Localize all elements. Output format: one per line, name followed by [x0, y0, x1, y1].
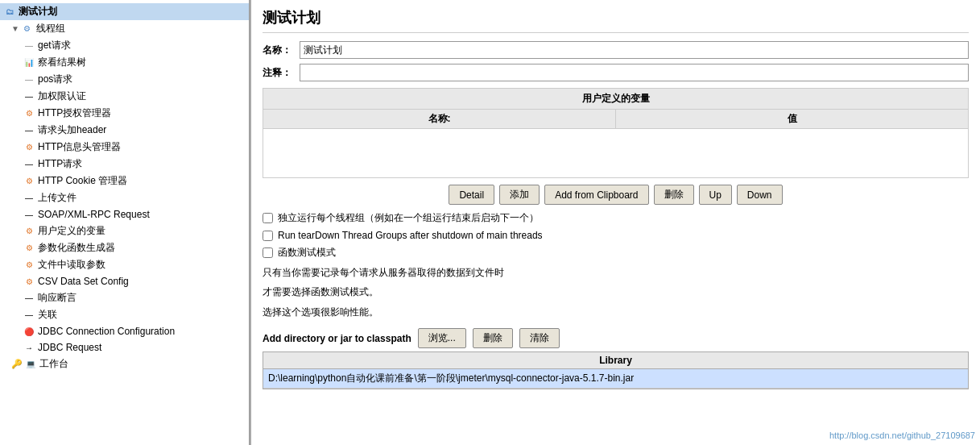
user-vars-icon: ⚙ — [23, 225, 35, 238]
sidebar-item-http-request[interactable]: — HTTP请求 — [0, 156, 249, 173]
sidebar-item-get-request[interactable]: — get请求 — [0, 37, 249, 54]
sidebar-item-label: pos请求 — [38, 73, 72, 86]
library-table: Library D:\learning\python自动化课前准备\第一阶段\j… — [263, 351, 969, 389]
sidebar-item-view-results[interactable]: 📊 察看结果树 — [0, 54, 249, 71]
sidebar-item-label: HTTP信息头管理器 — [38, 140, 121, 154]
down-button[interactable]: Down — [737, 185, 783, 205]
comment-label: 注释： — [263, 66, 295, 80]
sidebar-item-label: 线程组 — [36, 22, 65, 35]
sidebar-item-label: get请求 — [38, 39, 71, 52]
sidebar-item-http-header[interactable]: ⚙ HTTP信息头管理器 — [0, 139, 249, 156]
col-value: 值 — [616, 110, 968, 128]
comment-input[interactable] — [300, 64, 969, 81]
sidebar-item-http-auth[interactable]: ⚙ HTTP授权管理器 — [0, 105, 249, 122]
sidebar-item-thread-group[interactable]: ▼ ⚙ 线程组 — [0, 20, 249, 37]
checkbox2-label: Run tearDown Thread Groups after shutdow… — [278, 230, 543, 241]
sidebar-item-pos-request[interactable]: — pos请求 — [0, 71, 249, 88]
sidebar-item-param-gen[interactable]: ⚙ 参数化函数生成器 — [0, 239, 249, 256]
sidebar-item-label: SOAP/XML-RPC Request — [38, 209, 150, 220]
header-icon: — — [23, 124, 35, 137]
sidebar-item-label: CSV Data Set Config — [38, 276, 129, 287]
sidebar-item-label: 加权限认证 — [38, 89, 86, 103]
sidebar-item-label: 请求头加header — [38, 123, 106, 137]
sidebar-item-jdbc-config[interactable]: 🔴 JDBC Connection Configuration — [0, 323, 249, 339]
sidebar-item-user-vars[interactable]: ⚙ 用户定义的变量 — [0, 222, 249, 239]
sidebar-item-jdbc-request[interactable]: → JDBC Request — [0, 339, 249, 356]
param-gen-icon: ⚙ — [23, 242, 35, 255]
sidebar-item-label: HTTP授权管理器 — [38, 106, 111, 120]
pos-icon: — — [23, 73, 35, 86]
action-buttons: Detail 添加 Add from Clipboard 删除 Up Down — [263, 185, 969, 205]
sidebar-item-http-cookie[interactable]: ⚙ HTTP Cookie 管理器 — [0, 173, 249, 189]
sidebar-item-label: 关联 — [38, 308, 57, 322]
table-header: 名称: 值 — [263, 110, 968, 129]
user-vars-table: 名称: 值 — [263, 110, 969, 178]
sidebar-item-label: 察看结果树 — [38, 56, 86, 69]
classpath-label: Add directory or jar to classpath — [263, 333, 411, 344]
sidebar-item-label: JDBC Connection Configuration — [38, 326, 175, 337]
sidebar-item-csv-extract[interactable]: ⚙ 文件中读取参数 — [0, 256, 249, 273]
sidebar-item-label: 用户定义的变量 — [38, 224, 105, 238]
classpath-bar: Add directory or jar to classpath 浏览... … — [263, 328, 969, 348]
http-cookie-icon: ⚙ — [23, 175, 35, 188]
sidebar-item-csv-config[interactable]: ⚙ CSV Data Set Config — [0, 273, 249, 289]
sidebar-item-soap[interactable]: — SOAP/XML-RPC Request — [0, 206, 249, 222]
sidebar-item-label: 上传文件 — [38, 191, 76, 205]
clear-button[interactable]: 清除 — [519, 328, 560, 348]
info-text1: 只有当你需要记录每个请求从服务器取得的数据到文件时 — [263, 264, 969, 281]
soap-icon: — — [23, 208, 35, 221]
comment-row: 注释： — [263, 64, 969, 81]
sidebar-item-label: 文件中读取参数 — [38, 258, 105, 272]
checkbox3[interactable] — [263, 247, 273, 258]
sidebar-item-label: JDBC Request — [38, 342, 101, 353]
table-body — [263, 129, 968, 177]
upload-icon: — — [23, 192, 35, 205]
name-row: 名称： — [263, 41, 969, 59]
response-icon: — — [23, 292, 35, 305]
http-req-icon: — — [23, 158, 35, 171]
detail-button[interactable]: Detail — [449, 185, 494, 205]
sidebar-item-label: 参数化函数生成器 — [38, 241, 115, 255]
checkbox1-label: 独立运行每个线程组（例如在一个组运行结束后启动下一个） — [278, 211, 539, 225]
name-label: 名称： — [263, 44, 295, 57]
library-row[interactable]: D:\learning\python自动化课前准备\第一阶段\jmeter\my… — [263, 369, 968, 389]
sidebar-item-response[interactable]: — 响应断言 — [0, 289, 249, 306]
add-from-clipboard-button[interactable]: Add from Clipboard — [544, 185, 648, 205]
http-header-icon: ⚙ — [23, 141, 35, 154]
col-name: 名称: — [263, 110, 616, 128]
remove-button[interactable]: 删除 — [473, 328, 513, 348]
arrow-icon: ▼ — [11, 24, 19, 33]
key-icon: 🔑 — [11, 359, 23, 369]
user-vars-section-title: 用户定义的变量 — [263, 88, 969, 110]
checkbox1-row: 独立运行每个线程组（例如在一个组运行结束后启动下一个） — [263, 211, 969, 225]
test-plan-icon: 🗂 — [3, 6, 16, 19]
checkbox2-row: Run tearDown Thread Groups after shutdow… — [263, 230, 969, 241]
sidebar-item-workbench[interactable]: 🔑 💻 工作台 — [0, 356, 249, 372]
library-header: Library — [263, 352, 968, 369]
sidebar-item-auth[interactable]: — 加权限认证 — [0, 88, 249, 105]
add-button[interactable]: 添加 — [499, 185, 540, 205]
info-text2: 才需要选择函数测试模式。 — [263, 284, 969, 300]
checkbox3-row: 函数测试模式 — [263, 246, 969, 260]
up-button[interactable]: Up — [699, 185, 732, 205]
checkbox3-label: 函数测试模式 — [278, 246, 336, 260]
sidebar-item-label: HTTP请求 — [38, 157, 82, 171]
name-input[interactable] — [300, 41, 969, 59]
thread-icon: ⚙ — [21, 23, 34, 35]
sidebar-item-label: 测试计划 — [19, 5, 57, 19]
sidebar-item-header[interactable]: — 请求头加header — [0, 122, 249, 139]
sidebar-item-label: HTTP Cookie 管理器 — [38, 174, 127, 188]
checkbox2[interactable] — [263, 231, 273, 241]
warning-text: 选择这个选项很影响性能。 — [263, 304, 969, 320]
sidebar-item-assertion[interactable]: — 关联 — [0, 306, 249, 323]
page-title: 测试计划 — [263, 8, 969, 33]
browse-button[interactable]: 浏览... — [418, 328, 466, 348]
request-icon: — — [23, 40, 35, 52]
sidebar-item-upload[interactable]: — 上传文件 — [0, 189, 249, 206]
sidebar-item-label: 响应断言 — [38, 291, 76, 305]
checkbox1[interactable] — [263, 213, 273, 223]
delete-button[interactable]: 删除 — [654, 185, 694, 205]
sidebar-item-test-plan[interactable]: 🗂 测试计划 — [0, 3, 249, 20]
workbench-icon: 💻 — [24, 358, 37, 371]
main-panel: 测试计划 名称： 注释： 用户定义的变量 名称: 值 Detail 添加 Add… — [251, 0, 980, 445]
